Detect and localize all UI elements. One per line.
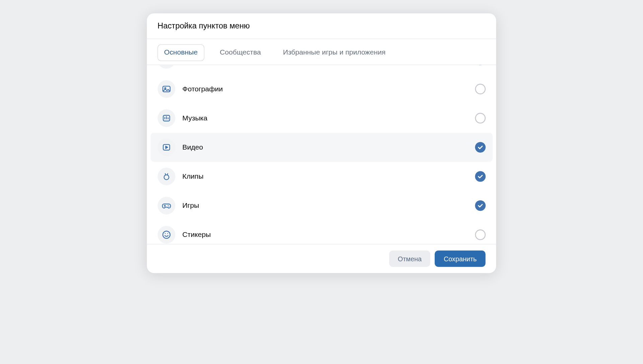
svg-point-5 <box>164 175 169 180</box>
list-item[interactable]: Игры <box>147 191 496 220</box>
item-label: Стикеры <box>182 231 468 239</box>
tab-label: Избранные игры и приложения <box>283 48 385 56</box>
svg-rect-1 <box>163 86 170 92</box>
tab-label: Основные <box>164 48 198 56</box>
item-label: Музыка <box>182 114 468 122</box>
save-button[interactable]: Сохранить <box>435 251 486 267</box>
list-item[interactable]: Музыка <box>147 103 496 132</box>
checkbox-checked[interactable] <box>475 171 486 182</box>
item-label: Клипы <box>182 172 468 180</box>
unknown-icon <box>157 65 175 69</box>
list-item[interactable]: Стикеры <box>147 220 496 244</box>
list-item[interactable]: Клипы <box>147 162 496 191</box>
tab-main[interactable]: Основные <box>157 44 204 61</box>
checkbox-checked[interactable] <box>475 142 486 153</box>
photos-icon <box>157 80 175 98</box>
item-label: Видео <box>182 143 468 151</box>
stickers-icon <box>157 226 175 244</box>
item-label: Фотографии <box>182 85 468 93</box>
cancel-button[interactable]: Отмена <box>389 251 430 267</box>
checkbox-checked[interactable] <box>475 200 486 211</box>
list-item[interactable]: Фотографии <box>147 74 496 103</box>
button-label: Отмена <box>398 255 422 262</box>
tab-communities[interactable]: Сообщества <box>213 44 267 61</box>
games-icon <box>157 197 175 214</box>
music-icon <box>157 109 175 127</box>
modal-footer: Отмена Сохранить <box>147 244 496 273</box>
tabs: Основные Сообщества Избранные игры и при… <box>147 39 496 65</box>
checkbox-unchecked[interactable] <box>475 229 486 240</box>
item-label: Игры <box>182 201 468 209</box>
list-item[interactable]: Видео <box>150 132 493 162</box>
modal-header: Настройка пунктов меню <box>147 13 496 39</box>
video-icon <box>157 139 175 156</box>
list-item[interactable] <box>147 65 496 74</box>
checkbox-unchecked[interactable] <box>475 84 486 94</box>
modal-title: Настройка пунктов меню <box>157 21 485 31</box>
checkbox-unchecked[interactable] <box>475 113 486 123</box>
tab-favorite-games[interactable]: Избранные игры и приложения <box>276 44 392 61</box>
menu-items-list[interactable]: Фотографии Музыка <box>147 65 496 244</box>
button-label: Сохранить <box>444 255 477 262</box>
clips-icon <box>157 168 175 185</box>
svg-point-6 <box>163 231 170 238</box>
tab-label: Сообщества <box>220 48 261 56</box>
settings-modal: Настройка пунктов меню Основные Сообщест… <box>147 13 496 273</box>
